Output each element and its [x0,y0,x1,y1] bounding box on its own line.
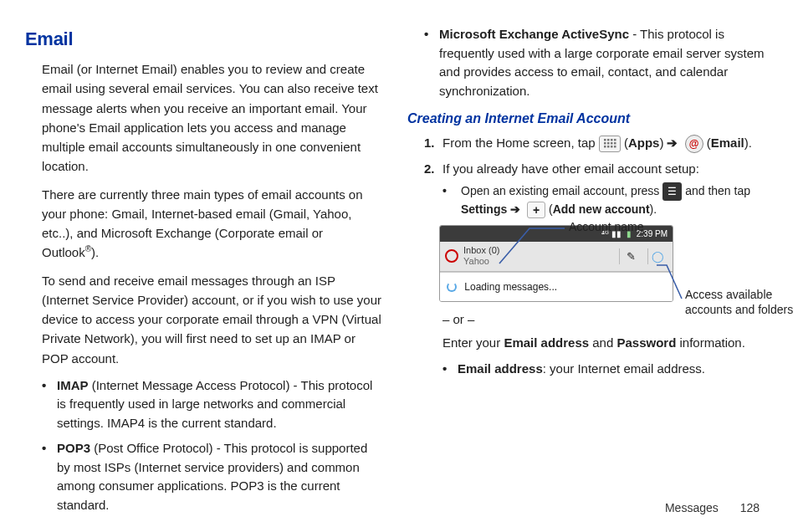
page-footer: Messages 128 [665,499,760,517]
spinner-icon [447,282,457,292]
account-text: Inbox (0) Yahoo [463,245,614,267]
callout-account-name: Account name [569,218,644,236]
registered-mark: ® [85,244,91,253]
p2-end: ). [91,245,99,259]
left-column: Email Email (or Internet Email) enables … [25,25,386,494]
steps-list: 1. From the Home screen, tap (Apps)➔ @ (… [424,134,765,218]
credentials-sublist: Email address: your Internet email addre… [442,360,765,379]
account-line: Yahoo [463,256,614,267]
svg-rect-10 [611,146,613,148]
intro-paragraph-1: Email (or Internet Email) enables you to… [42,59,382,176]
enter-password: Password [616,335,676,350]
enter-end: information. [676,335,745,350]
svg-rect-1 [607,139,610,141]
enter-credentials-line: Enter your Email address and Password in… [442,334,765,353]
intro-paragraph-3: To send and receive email messages throu… [42,271,382,368]
step-1: 1. From the Home screen, tap (Apps)➔ @ (… [424,134,765,153]
svg-rect-6 [611,142,613,145]
svg-rect-8 [604,146,606,148]
protocol-list: IMAP (Internet Message Access Protocol) … [42,376,382,515]
arrow-icon: ➔ [667,136,678,150]
svg-rect-11 [614,146,616,148]
pop3-desc: (Post Office Protocol) - This protocol i… [57,441,367,512]
sub-a1: Open an existing email account, press [461,184,662,197]
footer-page: 128 [740,501,760,514]
svg-rect-5 [607,142,610,145]
phone-screenshot: ⁴ᴳ ▮▮ ▮ 2:39 PM Inbox (0) Yahoo ✎ ◯ Load… [439,225,673,301]
callout-access-accounts: Access available accounts and folders [685,287,798,317]
protocol-list-cont: Microsoft Exchange ActiveSync - This pro… [424,25,765,100]
loading-text: Loading messages... [464,281,557,293]
pop3-label: POP3 [57,441,90,455]
step-number: 1. [424,134,435,153]
menu-icon: ☰ [662,182,682,201]
apps-grid-icon [599,136,621,152]
svg-rect-3 [614,139,616,141]
svg-rect-9 [607,146,610,148]
bullet-activesync: Microsoft Exchange ActiveSync - This pro… [424,25,765,100]
email-label: Email [711,136,744,150]
email-address-note: Email address: your Internet email addre… [442,360,765,379]
refresh-icon: ◯ [647,248,668,265]
svg-rect-4 [604,142,606,145]
svg-rect-2 [611,139,613,141]
account-badge-icon [445,249,458,263]
plus-icon: + [527,202,545,218]
imap-label: IMAP [57,378,89,392]
enter-mid: and [589,335,616,350]
subsection-heading: Creating an Internet Email Account [407,109,765,129]
two-column-layout: Email Email (or Internet Email) enables … [25,25,765,494]
enter-a: Enter your [442,335,504,350]
inbox-line: Inbox (0) [463,245,614,256]
email-addr-b: Email address [458,361,543,376]
step-number: 2. [424,160,435,179]
apps-label: Apps [628,136,660,150]
svg-rect-7 [614,142,616,145]
settings-label: Settings [461,202,507,216]
bullet-imap: IMAP (Internet Message Access Protocol) … [42,376,382,433]
step2-sublist: Open an existing email account, press ☰ … [442,182,765,219]
bullet-pop3: POP3 (Post Office Protocol) - This proto… [42,439,382,514]
intro-paragraph-2: There are currently three main types of … [42,185,382,263]
add-new-label: Add new account [553,202,650,216]
step2-text: If you already have other email account … [442,161,699,176]
loading-row: Loading messages... [440,272,673,301]
account-switcher-row: Inbox (0) Yahoo ✎ ◯ [440,242,673,271]
step1-pre: From the Home screen, tap [442,136,599,150]
right-column: Microsoft Exchange ActiveSync - This pro… [407,25,765,494]
imap-desc: (Internet Message Access Protocol) - Thi… [57,378,372,430]
arrow-icon: ➔ [510,202,520,216]
svg-rect-0 [604,139,606,141]
step2-subitem: Open an existing email account, press ☰ … [442,182,765,219]
activesync-label: Microsoft Exchange ActiveSync [439,27,629,41]
step-2: 2. If you already have other email accou… [424,160,765,218]
compose-icon: ✎ [619,248,642,265]
enter-emailaddr: Email address [504,335,589,350]
email-addr-t: : your Internet email address. [543,361,705,376]
section-heading: Email [25,25,382,53]
email-at-icon: @ [685,135,703,153]
sub-a2: and then tap [685,184,750,197]
footer-section: Messages [665,501,719,514]
phone-figure: Account name ⁴ᴳ ▮▮ ▮ 2:39 PM Inbox (0) Y… [439,225,765,301]
